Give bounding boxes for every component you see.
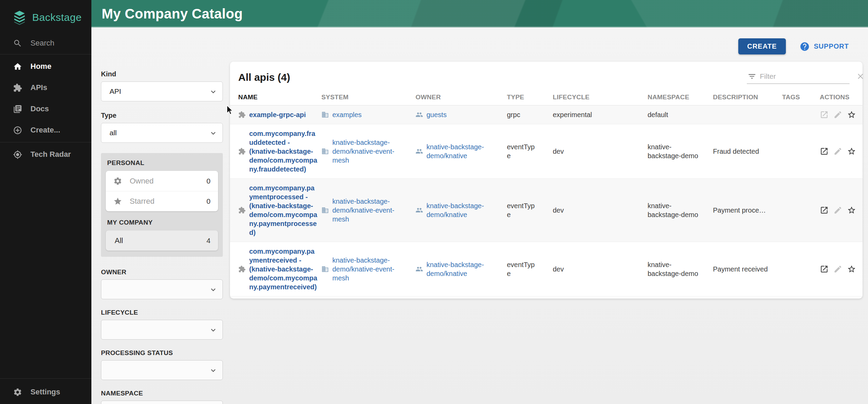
sidebar-search-label: Search (30, 39, 54, 48)
puzzle-icon (238, 148, 246, 155)
all-filter-item[interactable]: All 4 (106, 230, 218, 251)
view-definition-button[interactable] (820, 265, 829, 274)
type-cell: eventType (507, 201, 536, 219)
type-cell: grpc (507, 110, 520, 119)
system-icon (321, 111, 329, 118)
column-header-namespace[interactable]: NAMESPACE (648, 90, 713, 105)
chevron-down-icon (209, 87, 218, 96)
tags-cell (782, 179, 820, 242)
api-name-link[interactable]: com.mycompany.frauddetected - (knative-b… (249, 129, 318, 174)
owner-select[interactable] (101, 279, 223, 299)
kind-select[interactable]: API (101, 81, 223, 101)
sidebar-item-label: Docs (30, 104, 49, 113)
puzzle-icon (13, 83, 22, 92)
owner-link[interactable]: guests (426, 110, 447, 119)
sidebar-item-tech-radar[interactable]: Tech Radar (0, 144, 91, 165)
system-link[interactable]: examples (332, 110, 362, 119)
sidebar-item-settings[interactable]: Settings (0, 380, 91, 404)
star-icon (113, 197, 122, 206)
sidebar-search[interactable]: Search (0, 34, 91, 53)
system-link[interactable]: knative-backstage-demo/knative-event-mes… (332, 197, 407, 224)
edit-button[interactable] (833, 265, 842, 274)
catalog-card-header: All apis (4) (230, 62, 863, 90)
user-list-picker: PERSONAL Owned 0 Starred 0 MY (101, 153, 223, 257)
view-definition-button[interactable] (820, 147, 829, 156)
brand-name: Backstage (32, 12, 82, 23)
radar-icon (13, 150, 22, 159)
type-cell: eventType (507, 260, 536, 278)
column-header-name[interactable]: NAME (230, 90, 321, 105)
column-header-owner[interactable]: OWNER (416, 90, 507, 105)
lifecycle-cell: experimental (553, 105, 648, 124)
column-header-description[interactable]: DESCRIPTION (713, 90, 782, 105)
kind-value: API (110, 87, 121, 96)
sidebar-item-label: Settings (30, 388, 60, 396)
system-link[interactable]: knative-backstage-demo/knative-event-mes… (332, 256, 407, 282)
system-link[interactable]: knative-backstage-demo/knative-event-mes… (332, 138, 407, 165)
lifecycle-cell: dev (553, 179, 648, 242)
api-name-link[interactable]: com.mycompany.paymentreceived - (knative… (249, 247, 318, 291)
toolbar: CREATE SUPPORT (738, 38, 849, 54)
brand-logo[interactable]: Backstage (0, 0, 91, 34)
lifecycle-select[interactable] (101, 320, 223, 340)
company-card: All 4 (106, 230, 218, 251)
lifecycle-filter-label: LIFECYCLE (101, 309, 223, 316)
type-value: all (110, 129, 117, 137)
edit-button[interactable] (833, 206, 842, 215)
star-button[interactable] (847, 147, 856, 156)
page-header: My Company Catalog (91, 0, 868, 27)
sidebar-item-label: APIs (30, 83, 47, 92)
namespace-cell: knative-backstage-demo (648, 260, 699, 278)
column-header-type[interactable]: TYPE (507, 90, 553, 105)
filter-panel: Kind API Type all PERSONAL Owned (101, 70, 223, 404)
owned-filter-item[interactable]: Owned 0 (106, 171, 218, 191)
owner-link[interactable]: knative-backstage-demo/knative (426, 201, 501, 219)
pencil-icon (833, 110, 842, 119)
filter-clear-button[interactable] (856, 72, 865, 81)
main-area: My Company Catalog CREATE SUPPORT Kind A… (91, 0, 868, 404)
table-filter-input[interactable] (756, 72, 856, 80)
star-button[interactable] (847, 265, 856, 274)
chevron-down-icon (209, 285, 218, 294)
company-header: MY COMPANY (106, 211, 218, 230)
edit-button[interactable] (833, 147, 842, 156)
owner-link[interactable]: knative-backstage-demo/knative (426, 142, 501, 160)
column-header-actions: ACTIONS (820, 90, 863, 105)
column-header-tags[interactable]: TAGS (782, 90, 820, 105)
column-header-lifecycle[interactable]: LIFECYCLE (553, 90, 648, 105)
close-icon (856, 72, 865, 81)
support-button[interactable]: SUPPORT (800, 41, 849, 52)
namespace-filter-label: NAMESPACE (101, 390, 223, 397)
view-definition-button[interactable] (820, 206, 829, 215)
sidebar-item-apis[interactable]: APIs (0, 77, 91, 98)
type-select[interactable]: all (101, 123, 223, 143)
edit-button[interactable] (833, 110, 842, 119)
description-cell: Payment received (713, 242, 782, 296)
starred-filter-item[interactable]: Starred 0 (106, 191, 218, 211)
api-name-link[interactable]: example-grpc-api (249, 110, 306, 119)
support-label: SUPPORT (814, 42, 849, 50)
sidebar-item-docs[interactable]: Docs (0, 98, 91, 119)
column-header-system[interactable]: SYSTEM (321, 90, 416, 105)
sidebar-divider (0, 54, 91, 54)
search-icon (13, 39, 22, 48)
processing-status-filter-label: PROCESSING STATUS (101, 349, 223, 357)
group-icon (416, 265, 423, 273)
api-name-link[interactable]: com.mycompany.paymentprocessed - (knativ… (249, 184, 318, 237)
namespace-select[interactable] (101, 401, 223, 404)
group-icon (416, 206, 423, 214)
backstage-logo-icon (12, 10, 27, 25)
tags-cell (782, 242, 820, 296)
owner-filter-label: OWNER (101, 268, 223, 276)
sidebar-item-create[interactable]: Create... (0, 119, 91, 141)
open-in-new-icon (820, 110, 829, 119)
star-button[interactable] (847, 110, 856, 119)
table-row: example-grpc-api examples guests grpc ex… (230, 105, 863, 124)
table-filter (747, 71, 850, 84)
processing-status-select[interactable] (101, 360, 223, 380)
star-button[interactable] (847, 206, 856, 215)
owner-link[interactable]: knative-backstage-demo/knative (426, 260, 501, 278)
create-button[interactable]: CREATE (738, 38, 786, 54)
sidebar-item-home[interactable]: Home (0, 56, 91, 77)
view-definition-button[interactable] (820, 110, 829, 119)
